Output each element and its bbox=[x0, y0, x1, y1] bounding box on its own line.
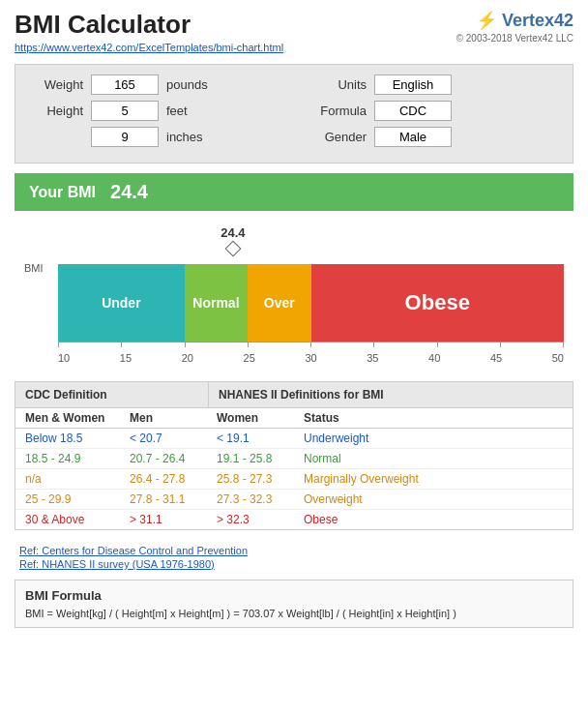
bars-wrapper: Under Normal Over Obese bbox=[58, 264, 564, 342]
def-headers-row: Men & Women Men Women Status bbox=[15, 408, 573, 429]
marker-label: 24.4 bbox=[220, 225, 245, 240]
logo: ⚡ Vertex42 bbox=[456, 10, 573, 31]
height-feet-input[interactable] bbox=[91, 101, 159, 121]
height-inches-input[interactable] bbox=[91, 127, 159, 147]
bar-normal-label: Normal bbox=[192, 295, 239, 311]
height-inches-row: inches bbox=[30, 127, 284, 147]
def-row-marginally-overweight: n/a 26.4 - 27.8 25.8 - 27.3 Marginally O… bbox=[15, 469, 573, 490]
def-col-header-3: Women bbox=[209, 408, 296, 428]
bmi-label: Your BMI bbox=[29, 184, 96, 201]
x-label-10: 10 bbox=[58, 352, 70, 364]
input-right: Units Formula Gender bbox=[304, 74, 558, 153]
def-cell-3-1: n/a bbox=[15, 469, 122, 489]
def-cell-1-4: Underweight bbox=[296, 429, 573, 448]
formula-section: BMI Formula BMI = Weight[kg] / ( Height[… bbox=[15, 580, 573, 628]
copyright: © 2003-2018 Vertex42 LLC bbox=[456, 33, 573, 44]
bar-over: Over bbox=[248, 264, 310, 342]
def-cell-1-2: < 20.7 bbox=[122, 429, 209, 448]
chart-x-axis: 10 15 20 25 30 35 40 45 50 bbox=[58, 349, 564, 367]
def-cell-4-1: 25 - 29.9 bbox=[15, 490, 122, 509]
header-left: BMI Calculator https://www.vertex42.com/… bbox=[15, 10, 283, 54]
height-label: Height bbox=[30, 104, 83, 118]
weight-row: Weight pounds bbox=[30, 74, 284, 95]
bar-normal: Normal bbox=[185, 264, 248, 342]
weight-unit: pounds bbox=[166, 77, 208, 92]
def-col-header-1: Men & Women bbox=[15, 408, 122, 428]
bmi-value: 24.4 bbox=[110, 181, 148, 203]
def-cell-1-1: Below 18.5 bbox=[15, 429, 122, 448]
def-right-header: NHANES II Definitions for BMI bbox=[209, 382, 573, 407]
units-row: Units bbox=[304, 74, 558, 95]
def-cell-2-4: Normal bbox=[296, 449, 573, 468]
def-cell-4-2: 27.8 - 31.1 bbox=[122, 490, 209, 509]
chart-area: 24.4 Under Normal Over bbox=[58, 225, 564, 367]
ref-1[interactable]: Ref: Centers for Disease Control and Pre… bbox=[19, 545, 569, 556]
def-row-obese: 30 & Above > 31.1 > 32.3 Obese bbox=[15, 510, 573, 529]
input-section: Weight pounds Height feet inches Units F… bbox=[15, 64, 573, 164]
x-label-45: 45 bbox=[490, 352, 502, 364]
header: BMI Calculator https://www.vertex42.com/… bbox=[15, 10, 573, 54]
def-cell-1-3: < 19.1 bbox=[209, 429, 296, 448]
height-feet-row: Height feet bbox=[30, 101, 284, 121]
units-input[interactable] bbox=[374, 74, 452, 95]
def-cell-2-3: 19.1 - 25.8 bbox=[209, 449, 296, 468]
weight-label: Weight bbox=[30, 77, 83, 92]
def-row-underweight: Below 18.5 < 20.7 < 19.1 Underweight bbox=[15, 429, 573, 449]
height-feet-unit: feet bbox=[166, 104, 188, 118]
x-label-20: 20 bbox=[182, 352, 193, 364]
bar-obese-label: Obese bbox=[405, 290, 470, 315]
def-cell-5-1: 30 & Above bbox=[15, 510, 122, 529]
def-col-header-2: Men bbox=[122, 408, 209, 428]
chart-bars: Under Normal Over Obese bbox=[58, 264, 564, 342]
chart-marker: 24.4 bbox=[220, 225, 245, 254]
def-cell-5-2: > 31.1 bbox=[122, 510, 209, 529]
x-label-30: 30 bbox=[305, 352, 316, 364]
page-title: BMI Calculator bbox=[15, 10, 283, 40]
height-inches-unit: inches bbox=[166, 130, 203, 144]
def-col-header-4: Status bbox=[296, 408, 573, 428]
header-right: ⚡ Vertex42 © 2003-2018 Vertex42 LLC bbox=[456, 10, 573, 44]
def-top-row: CDC Definition NHANES II Definitions for… bbox=[15, 382, 573, 408]
def-cell-5-4: Obese bbox=[296, 510, 573, 529]
def-row-overweight: 25 - 29.9 27.8 - 31.1 27.3 - 32.3 Overwe… bbox=[15, 490, 573, 510]
def-cell-4-3: 27.3 - 32.3 bbox=[209, 490, 296, 509]
formula-title: BMI Formula bbox=[25, 588, 563, 603]
chart-y-label: BMI bbox=[24, 225, 58, 274]
bar-underweight: Under bbox=[58, 264, 185, 342]
gender-label: Gender bbox=[304, 130, 367, 144]
bar-under-label: Under bbox=[102, 295, 140, 311]
formula-text: BMI = Weight[kg] / ( Height[m] x Height[… bbox=[25, 608, 563, 619]
gender-input[interactable] bbox=[374, 127, 452, 147]
def-cell-2-1: 18.5 - 24.9 bbox=[15, 449, 122, 468]
chart-ticks bbox=[58, 342, 564, 347]
x-label-40: 40 bbox=[428, 352, 440, 364]
gender-row: Gender bbox=[304, 127, 558, 147]
def-cell-3-4: Marginally Overweight bbox=[296, 469, 573, 489]
weight-input[interactable] bbox=[91, 74, 159, 95]
formula-row: Formula bbox=[304, 101, 558, 121]
ref-2[interactable]: Ref: NHANES II survey (USA 1976-1980) bbox=[19, 558, 569, 570]
units-label: Units bbox=[304, 77, 367, 92]
header-url[interactable]: https://www.vertex42.com/ExcelTemplates/… bbox=[15, 42, 283, 53]
bar-obese: Obese bbox=[311, 264, 565, 342]
formula-input[interactable] bbox=[374, 101, 452, 121]
x-label-50: 50 bbox=[552, 352, 564, 364]
x-label-25: 25 bbox=[244, 352, 255, 364]
marker-diamond bbox=[224, 241, 241, 257]
def-cell-3-2: 26.4 - 27.8 bbox=[122, 469, 209, 489]
definitions-section: CDC Definition NHANES II Definitions for… bbox=[15, 381, 573, 530]
x-label-15: 15 bbox=[120, 352, 132, 364]
def-cell-5-3: > 32.3 bbox=[209, 510, 296, 529]
input-left: Weight pounds Height feet inches bbox=[30, 74, 284, 153]
def-cell-4-4: Overweight bbox=[296, 490, 573, 509]
chart-label-row: BMI 24.4 Under bbox=[24, 225, 564, 367]
bar-over-label: Over bbox=[264, 295, 295, 311]
bmi-result: Your BMI 24.4 bbox=[15, 173, 573, 211]
formula-label: Formula bbox=[304, 104, 367, 118]
def-row-normal: 18.5 - 24.9 20.7 - 26.4 19.1 - 25.8 Norm… bbox=[15, 449, 573, 469]
x-label-35: 35 bbox=[367, 352, 378, 364]
chart-marker-area: 24.4 bbox=[58, 225, 564, 264]
def-cell-3-3: 25.8 - 27.3 bbox=[209, 469, 296, 489]
def-left-header: CDC Definition bbox=[15, 382, 209, 407]
references: Ref: Centers for Disease Control and Pre… bbox=[15, 545, 573, 570]
